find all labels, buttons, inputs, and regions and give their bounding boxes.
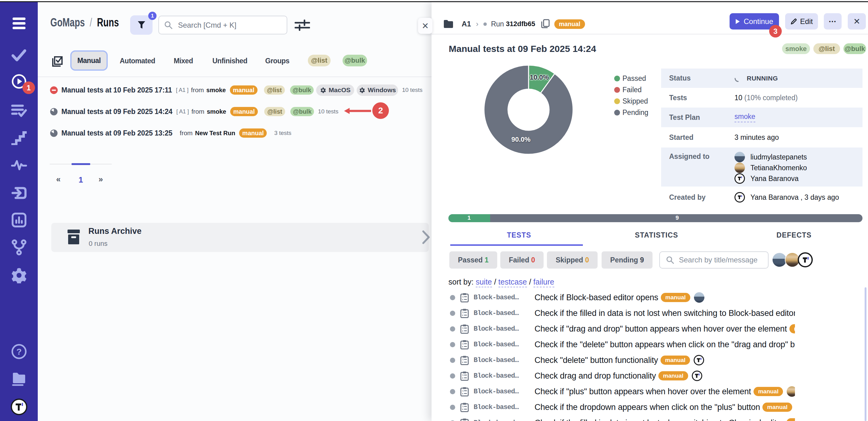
svg-text:1: 1 — [462, 389, 464, 392]
svg-text:1: 1 — [462, 295, 464, 298]
svg-text:z: z — [462, 298, 463, 301]
svg-text:1: 1 — [462, 358, 464, 361]
svg-text:1: 1 — [462, 374, 464, 376]
svg-text:z: z — [462, 408, 463, 411]
svg-text:z: z — [462, 314, 463, 316]
svg-text:z: z — [462, 392, 463, 395]
svg-text:1: 1 — [462, 342, 464, 345]
svg-text:z: z — [462, 345, 463, 348]
svg-text:1: 1 — [462, 405, 464, 408]
svg-text:z: z — [462, 376, 463, 379]
svg-text:1: 1 — [462, 327, 464, 330]
svg-text:z: z — [462, 330, 463, 332]
svg-text:1: 1 — [462, 311, 464, 314]
svg-text:?: ? — [16, 347, 22, 357]
svg-text:z: z — [462, 361, 463, 364]
